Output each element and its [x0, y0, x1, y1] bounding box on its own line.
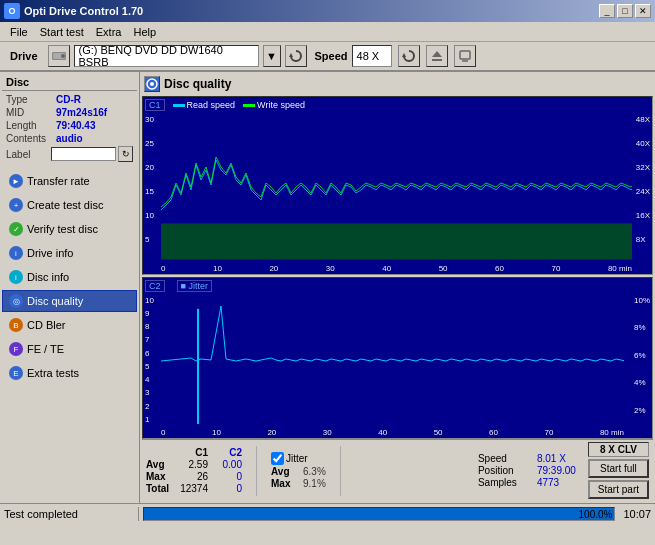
maximize-button[interactable]: □	[617, 4, 633, 18]
content-area: Disc quality C1 Read speed Write speed	[140, 72, 655, 503]
chart1-c1-label: C1	[145, 99, 165, 111]
disc-label-input[interactable]	[51, 147, 116, 161]
verify-test-disc-label: Verify test disc	[27, 223, 98, 235]
sidebar: Disc Type CD-R MID 97m24s16f Length 79:4…	[0, 72, 140, 503]
transfer-rate-label: Transfer rate	[27, 175, 90, 187]
disc-section-title: Disc	[2, 74, 137, 91]
drive-dropdown-arrow[interactable]: ▼	[263, 45, 281, 67]
status-progress-pct: 100.0%	[579, 508, 613, 522]
minimize-button[interactable]: _	[599, 4, 615, 18]
app-icon: O	[4, 3, 20, 19]
avg-c1: 2.59	[178, 459, 208, 470]
jitter-avg-label: Avg	[271, 466, 299, 477]
drive-icon	[48, 45, 70, 67]
sidebar-btn-verify-test-disc[interactable]: ✓ Verify test disc	[2, 218, 137, 240]
disc-length-val: 79:40.43	[56, 120, 95, 131]
disc-contents-val: audio	[56, 133, 83, 144]
status-bar: Test completed 100.0% 10:07	[0, 503, 655, 523]
fe-te-label: FE / TE	[27, 343, 64, 355]
disc-label-refresh-btn[interactable]: ↻	[118, 146, 133, 162]
disc-label-row: Label ↻	[4, 145, 135, 163]
sidebar-btn-create-test-disc[interactable]: + Create test disc	[2, 194, 137, 216]
svg-point-2	[61, 54, 65, 58]
samples-key: Samples	[478, 477, 533, 488]
position-val: 79:39.00	[537, 465, 576, 476]
menu-file[interactable]: File	[4, 24, 34, 40]
sidebar-btn-cd-bler[interactable]: B CD Bler	[2, 314, 137, 336]
content-title: Disc quality	[164, 77, 231, 91]
stats-avg-row: Avg 2.59 0.00	[146, 459, 242, 470]
start-full-button[interactable]: Start full	[588, 459, 649, 478]
chart1-read-speed-legend: Read speed	[173, 100, 236, 110]
menu-help[interactable]: Help	[127, 24, 162, 40]
drive-refresh-icon[interactable]	[285, 45, 307, 67]
disc-contents-row: Contents audio	[4, 132, 135, 145]
disc-info-grid: Type CD-R MID 97m24s16f Length 79:40.43 …	[2, 91, 137, 165]
chart2-jitter-label: ■ Jitter	[177, 280, 212, 292]
sidebar-btn-drive-info[interactable]: i Drive info	[2, 242, 137, 264]
speed-mode-display: 8 X CLV	[588, 442, 649, 457]
disc-mid-row: MID 97m24s16f	[4, 106, 135, 119]
jitter-checkbox[interactable]	[271, 452, 284, 465]
chart1-write-speed-legend: Write speed	[243, 100, 305, 110]
disc-info-label: Disc info	[27, 271, 69, 283]
speed-value: 48 X	[352, 45, 392, 67]
verify-test-disc-icon: ✓	[9, 222, 23, 236]
jitter-checkbox-row: Jitter	[271, 452, 326, 465]
chart2-panel: C2 ■ Jitter 10987654321 10%8%6%4%2%	[142, 277, 653, 439]
status-progress-fill	[144, 508, 614, 520]
speed-val: 8.01 X	[537, 453, 566, 464]
disc-contents-key: Contents	[6, 133, 56, 144]
stats-c2-header: C2	[212, 447, 242, 458]
speed-row: Speed 8.01 X	[478, 453, 576, 464]
app-title: Opti Drive Control 1.70	[24, 5, 143, 17]
chart1-svg	[161, 115, 632, 260]
toolbar-refresh-btn[interactable]	[398, 45, 420, 67]
disc-quality-icon: ◎	[9, 294, 23, 308]
toolbar-eject-btn[interactable]	[426, 45, 448, 67]
disc-section: Disc Type CD-R MID 97m24s16f Length 79:4…	[2, 74, 137, 165]
chart-container: C1 Read speed Write speed 30252015105	[142, 96, 653, 439]
chart1-y-labels-left: 30252015105	[145, 115, 154, 260]
close-button[interactable]: ✕	[635, 4, 651, 18]
create-test-disc-icon: +	[9, 198, 23, 212]
status-time: 10:07	[623, 508, 651, 520]
disc-quality-label: Disc quality	[27, 295, 83, 307]
position-row: Position 79:39.00	[478, 465, 576, 476]
start-part-button[interactable]: Start part	[588, 480, 649, 499]
chart2-svg	[161, 296, 624, 424]
sidebar-btn-disc-info[interactable]: i Disc info	[2, 266, 137, 288]
max-c1: 26	[178, 471, 208, 482]
drive-info-label: Drive info	[27, 247, 73, 259]
sidebar-btn-transfer-rate[interactable]: ► Transfer rate	[2, 170, 137, 192]
sidebar-btn-extra-tests[interactable]: E Extra tests	[2, 362, 137, 384]
disc-type-key: Type	[6, 94, 56, 105]
speed-label: Speed	[315, 50, 348, 62]
disc-length-row: Length 79:40.43	[4, 119, 135, 132]
drive-label: Drive	[4, 48, 44, 64]
cd-bler-label: CD Bler	[27, 319, 66, 331]
avg-label: Avg	[146, 459, 174, 470]
stats-separator-1	[256, 446, 257, 496]
drive-bar: Drive (G:) BENQ DVD DD DW1640 BSRB ▼ Spe…	[0, 42, 655, 72]
stats-c1-header: C1	[178, 447, 208, 458]
title-bar: O Opti Drive Control 1.70 _ □ ✕	[0, 0, 655, 22]
drive-dropdown[interactable]: (G:) BENQ DVD DD DW1640 BSRB	[74, 45, 259, 67]
cd-bler-icon: B	[9, 318, 23, 332]
status-progress-bar: 100.0%	[143, 507, 615, 521]
toolbar-settings-btn[interactable]	[454, 45, 476, 67]
jitter-col: Jitter Avg 6.3% Max 9.1%	[271, 452, 326, 489]
speed-key: Speed	[478, 453, 533, 464]
position-key: Position	[478, 465, 533, 476]
disc-mid-val: 97m24s16f	[56, 107, 107, 118]
transfer-rate-icon: ►	[9, 174, 23, 188]
write-speed-color	[243, 104, 255, 107]
sidebar-btn-disc-quality[interactable]: ◎ Disc quality	[2, 290, 137, 312]
sidebar-btn-fe-te[interactable]: F FE / TE	[2, 338, 137, 360]
menu-extra[interactable]: Extra	[90, 24, 128, 40]
svg-rect-7	[460, 51, 470, 59]
chart2-y-labels-left: 10987654321	[145, 296, 154, 424]
menu-start-test[interactable]: Start test	[34, 24, 90, 40]
svg-marker-3	[289, 53, 293, 57]
samples-row: Samples 4773	[478, 477, 576, 488]
